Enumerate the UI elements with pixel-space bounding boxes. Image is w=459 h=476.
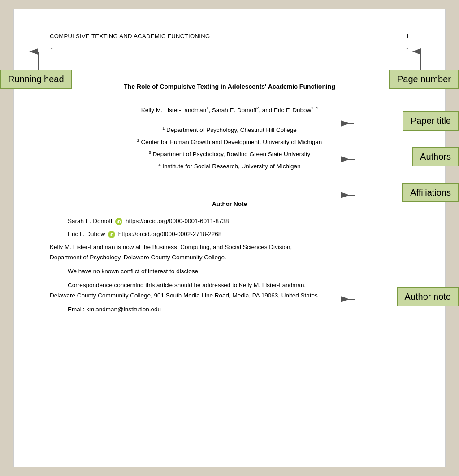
author3-sep: , and Eric F. Dubow xyxy=(259,107,311,114)
page-number-arrow: ↑ xyxy=(405,46,409,55)
orcid-url-1: https://orcid.org/0000-0001-6011-8738 xyxy=(126,218,229,224)
author-note-title: Author Note xyxy=(50,199,409,210)
header-arrows: ↑ ↑ xyxy=(50,46,409,55)
affiliations-block: 1 Department of Psychology, Chestnut Hil… xyxy=(50,124,409,172)
running-head-text: COMPULSIVE TEXTING AND ACADEMIC FUNCTION… xyxy=(50,32,210,41)
paper-header: COMPULSIVE TEXTING AND ACADEMIC FUNCTION… xyxy=(50,32,409,41)
orcid-entry-2: Eric F. Dubow iD https://orcid.org/0000-… xyxy=(68,229,409,240)
author-note-para-3: Correspondence concerning this article s… xyxy=(50,280,409,301)
author-note-section: Author Note Sarah E. Domoff iD https://o… xyxy=(50,199,409,314)
paper-title: The Role of Compulsive Texting in Adoles… xyxy=(50,82,409,92)
orcid-author1-name: Sarah E. Domoff xyxy=(68,218,113,224)
authors-line: Kelly M. Lister-Landman1, Sarah E. Domof… xyxy=(50,105,409,115)
author3-sup: 3, 4 xyxy=(311,106,318,110)
affiliation-2: 2 Center for Human Growth and Developmen… xyxy=(50,136,409,148)
paper-document: COMPULSIVE TEXTING AND ACADEMIC FUNCTION… xyxy=(13,9,446,467)
orcid-url-2: https://orcid.org/0000-0002-2718-2268 xyxy=(118,231,221,237)
orcid-icon-1: iD xyxy=(115,218,122,225)
affiliation-3: 3 Department of Psychology, Bowling Gree… xyxy=(50,148,409,160)
author-note-para-2: We have no known conflict of interest to… xyxy=(68,266,409,277)
annotation-affiliations: Affiliations xyxy=(402,183,459,202)
annotation-running-head: Running head xyxy=(0,70,72,89)
author-note-email: Email: kmlandman@institution.edu xyxy=(68,305,409,315)
orcid-author2-name: Eric F. Dubow xyxy=(68,231,105,237)
annotation-page-number: Page number xyxy=(389,70,459,89)
page-wrapper: COMPULSIVE TEXTING AND ACADEMIC FUNCTION… xyxy=(0,0,459,476)
annotation-authors: Authors xyxy=(412,147,459,166)
orcid-icon-2: iD xyxy=(108,231,115,238)
author1-name: Kelly M. Lister-Landman xyxy=(141,107,207,114)
annotation-paper-title: Paper title xyxy=(403,111,459,131)
author2-sep: , Sarah E. Domoff xyxy=(208,107,256,114)
orcid-entry-1: Sarah E. Domoff iD https://orcid.org/000… xyxy=(68,216,409,227)
correspondence-line: Correspondence concerning this article s… xyxy=(68,282,306,288)
running-head-arrow: ↑ xyxy=(50,46,54,55)
page-number-text: 1 xyxy=(406,32,409,41)
author-note-para-1: Kelly M. Lister-Landman is now at the Bu… xyxy=(50,242,409,263)
annotation-author-note: Author note xyxy=(397,287,459,306)
affiliation-1: 1 Department of Psychology, Chestnut Hil… xyxy=(50,124,409,136)
affiliation-4: 4 Institute for Social Research, Univers… xyxy=(50,160,409,172)
